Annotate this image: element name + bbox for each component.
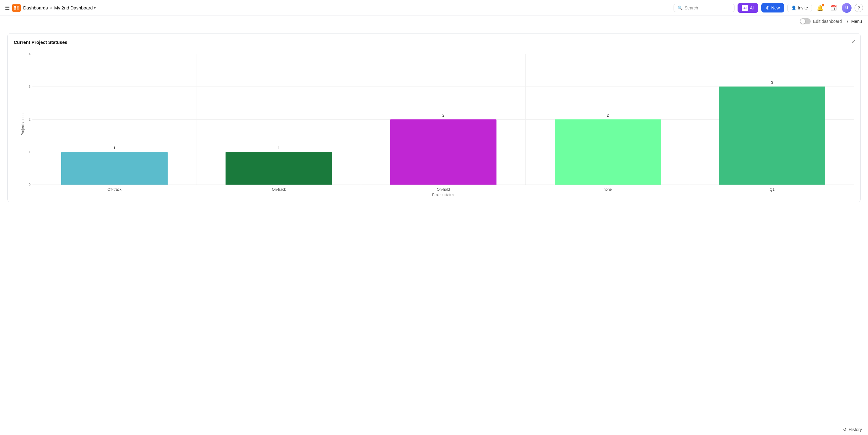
avatar-image: U	[842, 3, 851, 13]
ai-icon: AI	[742, 5, 748, 11]
notification-dot	[822, 4, 824, 6]
invite-icon: 👤	[791, 5, 796, 10]
new-button[interactable]: ⊕ New	[761, 3, 784, 12]
bar-group[interactable]: 1	[32, 54, 197, 185]
chevron-down-icon[interactable]: ▾	[94, 6, 96, 10]
breadcrumb-separator: >	[50, 5, 53, 10]
y-tick-label: 4	[29, 52, 30, 56]
history-button[interactable]: ↺ History	[843, 427, 862, 432]
expand-icon[interactable]: ⤢	[851, 38, 856, 44]
invite-label: Invite	[798, 5, 808, 10]
edit-dashboard-label: Edit dashboard	[813, 19, 842, 24]
bar-group[interactable]: 1	[197, 54, 362, 185]
chart-container: Projects count 0123411223 Project status…	[14, 51, 854, 197]
user-avatar[interactable]: U	[842, 3, 851, 13]
bar-value-label: 1	[32, 146, 196, 151]
y-tick-label: 3	[29, 85, 30, 88]
new-button-label: New	[771, 5, 780, 10]
hamburger-menu-icon[interactable]: ☰	[5, 5, 10, 11]
app-icon	[12, 4, 21, 12]
svg-rect-2	[14, 8, 16, 10]
x-tick-label: none	[525, 187, 690, 192]
x-tick-label: On-hold	[361, 187, 525, 192]
nav-left: ☰ Dashboards > My 2nd Dashboard ▾	[5, 4, 671, 12]
x-tick-label: Off-track	[32, 187, 196, 192]
bar-value-label: 1	[197, 146, 361, 151]
bar-rect	[555, 120, 661, 185]
bar-group[interactable]: 3	[690, 54, 854, 185]
chart-title: Current Project Statuses	[14, 40, 854, 45]
breadcrumb-dashboards[interactable]: Dashboards	[23, 5, 48, 10]
x-tick-label: On-track	[196, 187, 361, 192]
bar-rect	[719, 87, 825, 185]
bottom-bar: ↺ History	[0, 424, 868, 435]
bar-group[interactable]: 2	[526, 54, 690, 185]
current-page-label[interactable]: My 2nd Dashboard	[54, 5, 93, 10]
ai-button[interactable]: AI AI	[738, 3, 758, 13]
top-navigation: ☰ Dashboards > My 2nd Dashboard ▾ 🔍 Sear…	[0, 0, 868, 16]
notifications-button[interactable]: 🔔	[815, 3, 825, 13]
help-button[interactable]: ?	[855, 4, 863, 12]
y-tick-label: 0	[29, 183, 30, 187]
menu-button[interactable]: ⋮ Menu	[845, 19, 862, 24]
x-tick-label: Q1	[690, 187, 854, 192]
edit-dashboard-toggle[interactable]: Edit dashboard	[800, 18, 842, 24]
bar-group[interactable]: 2	[361, 54, 526, 185]
invite-button[interactable]: 👤 Invite	[787, 4, 812, 12]
history-label: History	[848, 427, 862, 432]
ai-button-label: AI	[750, 5, 754, 10]
svg-rect-3	[17, 8, 19, 10]
calendar-button[interactable]: 📅	[828, 3, 839, 13]
menu-label: Menu	[851, 19, 862, 24]
svg-rect-0	[14, 6, 16, 8]
nav-right: 🔍 Search AI AI ⊕ New 👤 Invite 🔔 📅 U ?	[674, 3, 863, 13]
search-icon: 🔍	[678, 5, 683, 10]
plus-icon: ⊕	[766, 5, 770, 11]
svg-rect-1	[17, 6, 19, 8]
menu-dots-icon: ⋮	[845, 19, 850, 24]
x-axis-label: Project status	[32, 193, 854, 197]
search-box[interactable]: 🔍 Search	[674, 4, 735, 12]
chart-card: Current Project Statuses ⤢ Projects coun…	[7, 33, 861, 202]
bar-rect	[225, 152, 332, 185]
history-icon: ↺	[843, 427, 847, 432]
y-tick-label: 1	[29, 150, 30, 154]
bar-value-label: 2	[526, 113, 690, 118]
main-content: Current Project Statuses ⤢ Projects coun…	[0, 27, 868, 432]
bar-rect	[61, 152, 167, 185]
toggle-track[interactable]	[800, 18, 811, 24]
bar-value-label: 3	[690, 80, 854, 85]
breadcrumb-current-page: My 2nd Dashboard ▾	[54, 5, 96, 10]
toggle-thumb	[800, 19, 805, 24]
search-placeholder-text: Search	[684, 5, 698, 10]
y-tick-label: 2	[29, 118, 30, 121]
bar-value-label: 2	[361, 113, 525, 118]
breadcrumb: Dashboards > My 2nd Dashboard ▾	[23, 5, 96, 10]
x-labels-row: Off-trackOn-trackOn-holdnoneQ1	[32, 187, 854, 192]
y-axis-label: Projects count	[21, 112, 25, 136]
chart-inner: 0123411223	[32, 54, 854, 185]
bar-rect	[390, 120, 496, 185]
chart-area: 0123411223 Project status Off-trackOn-tr…	[32, 51, 854, 197]
gridline	[32, 185, 854, 185]
secondary-toolbar: Edit dashboard ⋮ Menu	[0, 16, 868, 27]
bars-container: 11223	[32, 54, 854, 185]
